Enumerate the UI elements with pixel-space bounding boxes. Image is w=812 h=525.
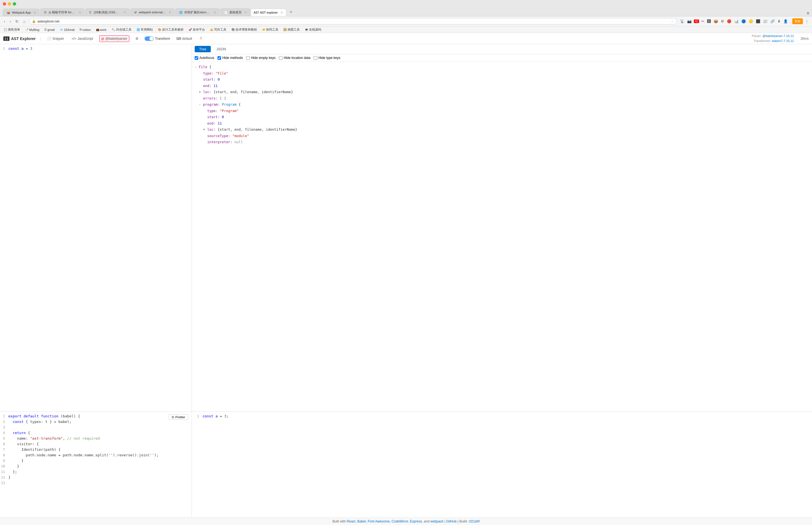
transform-editor[interactable]: ◎ Prettier 1export default function (bab… (0, 412, 192, 518)
parser-button[interactable]: @ @babel/parser (99, 35, 129, 42)
react-link[interactable]: React (347, 520, 356, 523)
codemirror-link[interactable]: CodeMirror (392, 520, 408, 523)
tab-close-t6[interactable]: ✕ (244, 11, 247, 14)
cut-icon[interactable]: ✂ (701, 19, 705, 24)
browser-tab-t1[interactable]: 📦Webpack App✕ (3, 9, 40, 16)
account-icon[interactable]: 👤 (783, 19, 788, 24)
update-button[interactable]: 更新 (792, 18, 803, 24)
bookmark-在线源码[interactable]: 💻在线源码 (304, 27, 322, 32)
hide-location-option[interactable]: Hide location data (279, 56, 310, 60)
screenshot-icon[interactable]: 📷 (687, 19, 692, 24)
bookmark-写作工具[interactable]: ✍️写作工具 (209, 27, 227, 32)
ext7-icon[interactable]: 🟡 (748, 19, 754, 24)
transform-switch[interactable] (145, 36, 153, 41)
bookmark-gmail[interactable]: Ggmail (44, 28, 56, 32)
minimize-window-button[interactable] (8, 2, 11, 5)
hide-type-option[interactable]: Hide type keys (314, 56, 340, 60)
menu-icon[interactable]: ⋮ (805, 19, 809, 24)
new-tab-button[interactable]: + (287, 8, 295, 16)
tree-expand-icon[interactable]: - (195, 65, 199, 69)
tree-expand-icon[interactable]: - (199, 102, 203, 106)
babel-link[interactable]: Babel (357, 520, 366, 523)
browser-tab-t3[interactable]: C(26条消息) ES6模板...✕ (85, 8, 130, 16)
bookmark-icon: 🖼️ (283, 28, 287, 31)
bookmark-协同工具[interactable]: 🤝协同工具 (261, 27, 279, 32)
hide-location-checkbox[interactable] (279, 56, 283, 60)
browser-tab-t4[interactable]: sfwebpack externals插...✕ (130, 8, 175, 16)
bookmark-滴答清单[interactable]: 📋滴答清单 (3, 27, 21, 32)
bookmark-JS在线工具[interactable]: 🔧JS在线工具 (111, 27, 132, 32)
tab-close-t5[interactable]: ✕ (214, 11, 216, 14)
hide-methods-label: Hide methods (222, 56, 243, 60)
ext10-icon[interactable]: 🔗 (770, 19, 775, 24)
browser-tab-t6[interactable]: 📄新标签页✕ (220, 8, 250, 16)
autofocus-checkbox[interactable] (195, 56, 198, 60)
source-editor[interactable]: 1const a = 3 (0, 44, 192, 412)
ext3-icon[interactable]: ⚙ (720, 19, 725, 24)
cast-icon[interactable]: 📡 (679, 19, 685, 24)
bookmark-发布平台[interactable]: 🚀发布平台 (188, 27, 206, 32)
autofocus-option[interactable]: Autofocus (195, 56, 214, 60)
default-button[interactable]: ⌨ default (175, 35, 194, 42)
bookmark-163mail[interactable]: 📧163mail (59, 28, 76, 32)
refresh-button[interactable]: ↻ (14, 19, 20, 24)
snippet-button[interactable]: 📄 Snippet (45, 35, 65, 42)
hide-type-checkbox[interactable] (314, 56, 317, 60)
address-bar[interactable]: 🔒 astexplorer.net ☆ (29, 18, 677, 25)
default-label: default (182, 37, 192, 41)
ext6-icon[interactable]: 🔵 (741, 19, 746, 24)
bookmark-icon[interactable]: ☆ (671, 19, 674, 24)
tab-close-t3[interactable]: ✕ (124, 11, 126, 14)
bookmark-设计工具和素材[interactable]: 🎨设计工具和素材 (157, 27, 184, 32)
tab-close-t4[interactable]: ✕ (169, 11, 171, 14)
forward-button[interactable]: › (9, 19, 12, 24)
ext2-icon[interactable]: 📦 (713, 19, 719, 24)
ext1-icon[interactable]: 🅱 (707, 19, 711, 24)
bookmark-MyBlog[interactable]: 📝MyBlog (24, 28, 40, 32)
bookmark-label: notion (82, 28, 91, 31)
tab-close-t2[interactable]: ✕ (79, 11, 81, 14)
adblock-icon[interactable]: 42 (694, 19, 699, 23)
build-hash-link[interactable]: cf21d4f (469, 520, 479, 523)
bookmark-常用网站[interactable]: 🌐常用网站 (136, 27, 154, 32)
tree-indent (195, 109, 203, 113)
bookmark-work[interactable]: 💼work (95, 28, 107, 32)
tab-tree[interactable]: Tree (195, 46, 211, 52)
settings-button[interactable]: ⚙ (134, 35, 140, 42)
download-icon[interactable]: ⬇ (777, 19, 781, 24)
language-button[interactable]: </> JavaScript (70, 35, 94, 42)
tab-close-t1[interactable]: ✕ (34, 11, 36, 14)
home-button[interactable]: ⌂ (22, 19, 26, 24)
github-link[interactable]: GitHub (446, 520, 456, 523)
font-awesome-link[interactable]: Font Awesome (367, 520, 390, 523)
express-link[interactable]: Express (410, 520, 422, 523)
transformer-version-link[interactable]: babelv7-7.16.12 (772, 39, 794, 43)
hide-empty-label: Hide empty keys (251, 56, 275, 60)
browser-tab-t7[interactable]: ASTAST explorer✕ (251, 9, 286, 16)
tab-close-t7[interactable]: ✕ (281, 11, 283, 14)
close-window-button[interactable] (3, 2, 6, 5)
hide-methods-option[interactable]: Hide methods (217, 56, 243, 60)
bookmark-画图工具[interactable]: 🖼️画图工具 (283, 27, 301, 32)
tree-expand-icon[interactable]: + (203, 127, 207, 132)
line-number: 10 (0, 464, 8, 468)
bookmark-技术博客和教程[interactable]: 📚技术博客和教程 (230, 27, 258, 32)
back-button[interactable]: ‹ (3, 19, 6, 24)
webpack-link[interactable]: webpack (430, 520, 443, 523)
hide-methods-checkbox[interactable] (217, 56, 221, 60)
maximize-window-button[interactable] (13, 2, 16, 5)
tab-json[interactable]: JSON (212, 46, 230, 52)
ext4-icon[interactable]: 🔴 (726, 19, 732, 24)
parser-version-link[interactable]: @babel/parser-7.16.12 (763, 34, 794, 38)
help-button[interactable]: ? (198, 35, 204, 42)
browser-tab-t5[interactable]: 🌐外部扩展(Externals)✕ (175, 8, 220, 16)
hide-empty-checkbox[interactable] (246, 56, 250, 60)
ext5-icon[interactable]: 📊 (734, 19, 739, 24)
bookmark-notion[interactable]: Nnotion (79, 28, 91, 32)
ext9-icon[interactable]: 📰 (763, 19, 768, 24)
ext8-icon[interactable]: ⬛ (755, 19, 761, 24)
browser-tab-t2[interactable]: Gjs 模板字符串 for循环✕ (40, 8, 85, 16)
tree-expand-icon[interactable]: + (199, 90, 203, 94)
prettier-button[interactable]: ◎ Prettier (168, 414, 188, 420)
hide-empty-option[interactable]: Hide empty keys (246, 56, 275, 60)
